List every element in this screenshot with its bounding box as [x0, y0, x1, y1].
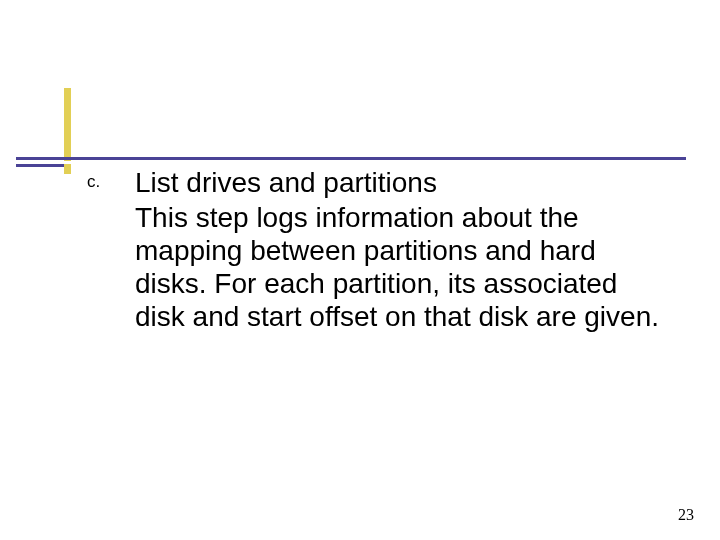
decor-bar-purple-1 — [16, 157, 686, 160]
content-heading: List drives and partitions — [135, 166, 665, 199]
decor-bar-yellow-1 — [64, 88, 71, 161]
slide: c. List drives and partitions This step … — [0, 0, 720, 540]
page-number: 23 — [678, 506, 694, 524]
content-body: This step logs information about the map… — [135, 201, 665, 333]
content-block: List drives and partitions This step log… — [135, 166, 665, 333]
list-marker: c. — [87, 172, 100, 192]
decor-bar-yellow-2 — [64, 164, 71, 174]
decor-bar-purple-2 — [16, 164, 64, 167]
